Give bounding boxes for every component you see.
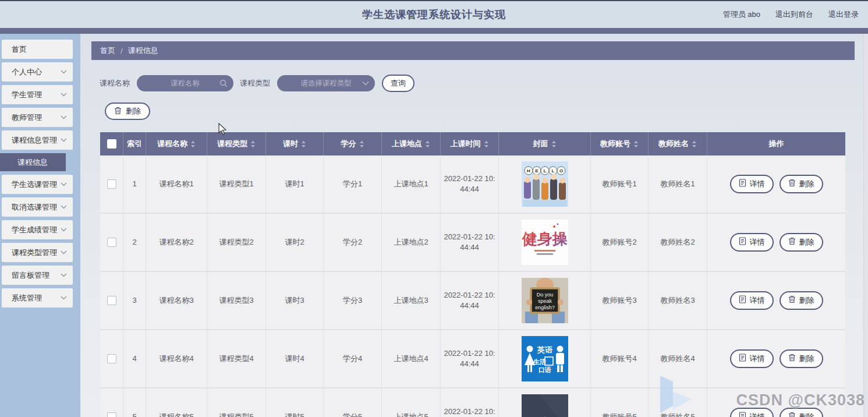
table-cell: 教师账号5 <box>591 388 649 417</box>
column-header-3[interactable]: 课时 <box>266 132 324 156</box>
sidebar-item-label: 个人中心 <box>12 67 42 77</box>
logout-link[interactable]: 退出登录 <box>828 9 859 20</box>
row-checkbox[interactable] <box>107 179 116 189</box>
column-header-5[interactable]: 上课地点 <box>382 132 441 156</box>
table-cell: 2 <box>123 214 146 271</box>
sidebar-item-label: 取消选课管理 <box>12 202 57 213</box>
cell-teacher-name: 教师姓名2 <box>660 237 695 248</box>
cell-hours: 课时2 <box>285 237 304 248</box>
sort-caret-icon[interactable] <box>190 140 196 148</box>
delete-row-button[interactable]: 删除 <box>780 349 823 368</box>
table-cell: 详情 删除 <box>707 214 845 271</box>
column-header-6[interactable]: 上课时间 <box>441 132 499 156</box>
table-cell: 上课地点1 <box>382 156 441 213</box>
column-header-8[interactable]: 教师账号 <box>591 132 649 156</box>
cell-teacher-account: 教师账号1 <box>602 179 636 189</box>
row-checkbox[interactable] <box>107 412 116 417</box>
column-header-7[interactable]: 封面 <box>499 132 591 156</box>
sidebar-item-4[interactable]: 课程信息管理 <box>2 130 73 150</box>
cell-course-name: 课程名称4 <box>159 354 193 364</box>
cell-hours: 课时1 <box>285 179 304 189</box>
trash-icon <box>788 412 796 417</box>
sort-caret-icon[interactable] <box>484 140 489 148</box>
column-header-4[interactable]: 学分 <box>324 132 382 156</box>
cell-hours: 课时4 <box>285 354 304 364</box>
svg-text:speak: speak <box>537 298 552 304</box>
svg-text:英语: 英语 <box>537 345 553 354</box>
table-cell: 课程类型4 <box>207 330 266 387</box>
course-type-select[interactable]: 请选择课程类型 <box>277 75 375 91</box>
sort-caret-icon[interactable] <box>633 140 639 148</box>
chevron-down-icon <box>61 205 67 209</box>
chevron-down-icon <box>61 273 67 277</box>
vertical-scrollbar[interactable] <box>863 34 868 417</box>
watermark-text: CSDN @CK3038 <box>736 391 865 409</box>
sort-caret-icon[interactable] <box>692 140 697 148</box>
breadcrumb-home[interactable]: 首页 <box>100 45 115 56</box>
table-cell: 学分4 <box>324 330 382 387</box>
sort-caret-icon[interactable] <box>425 140 430 148</box>
delete-row-button[interactable]: 删除 <box>780 175 823 193</box>
cell-course-name: 课程名称5 <box>159 412 193 417</box>
column-header-2[interactable]: 课程类型 <box>207 132 266 156</box>
sidebar-item-0[interactable]: 首页 <box>2 40 73 59</box>
cell-teacher-account: 教师账号3 <box>602 295 636 306</box>
table-cell: 详情 删除 <box>707 330 845 387</box>
table-cell: 学分1 <box>324 156 382 213</box>
table-cell: HELLO <box>499 156 591 213</box>
sidebar-subitem-active[interactable]: 课程信息 <box>0 153 66 171</box>
delete-row-button[interactable]: 删除 <box>780 291 823 310</box>
cell-place: 上课地点5 <box>394 412 428 417</box>
chevron-down-icon <box>362 81 369 86</box>
sort-caret-icon[interactable] <box>551 140 557 148</box>
sidebar-item-10[interactable]: 系统管理 <box>2 288 73 308</box>
delete-row-button[interactable]: 删除 <box>780 233 823 252</box>
sidebar-item-1[interactable]: 个人中心 <box>2 62 73 82</box>
select-all-checkbox[interactable] <box>107 139 116 149</box>
table-cell: 学分3 <box>324 272 382 329</box>
sidebar-item-6[interactable]: 取消选课管理 <box>2 197 73 217</box>
table-cell <box>100 156 123 213</box>
chevron-down-icon <box>61 296 67 300</box>
table-row: 4课程名称4课程类型4课时4学分4上课地点42022-01-22 10:44:4… <box>100 330 845 388</box>
detail-button[interactable]: 详情 <box>730 349 774 368</box>
row-checkbox[interactable] <box>107 296 116 305</box>
cover-image: HELLO <box>522 161 568 207</box>
sidebar-item-7[interactable]: 学生成绩管理 <box>2 220 73 239</box>
table-cell: 教师账号2 <box>591 214 649 271</box>
column-header-1[interactable]: 课程名称 <box>146 132 207 156</box>
cell-teacher-name: 教师姓名4 <box>660 354 695 364</box>
table-cell: 课时1 <box>266 156 324 213</box>
row-checkbox[interactable] <box>107 238 116 247</box>
cell-time: 2022-01-22 10:44:44 <box>444 290 495 311</box>
trash-icon <box>788 237 796 248</box>
table-row: 3课程名称3课程类型3课时3学分3上课地点32022-01-22 10:44:4… <box>100 272 845 330</box>
query-button[interactable]: 查询 <box>382 75 414 92</box>
column-label: 课程类型 <box>217 139 247 149</box>
cell-place: 上课地点1 <box>394 179 428 189</box>
sidebar-item-8[interactable]: 课程类型管理 <box>2 243 73 262</box>
sidebar-item-label: 首页 <box>12 44 27 55</box>
sidebar-item-3[interactable]: 教师管理 <box>2 108 73 127</box>
row-checkbox[interactable] <box>107 354 116 363</box>
chevron-down-icon <box>61 182 67 186</box>
detail-button[interactable]: 详情 <box>730 175 774 193</box>
document-icon <box>739 295 746 306</box>
course-name-placeholder: 课程名称 <box>171 79 200 89</box>
sidebar-item-2[interactable]: 学生管理 <box>2 85 73 104</box>
detail-button[interactable]: 详情 <box>730 291 774 310</box>
exit-to-front-link[interactable]: 退出到前台 <box>775 9 813 20</box>
course-name-input[interactable]: 课程名称 <box>137 75 233 91</box>
sidebar-item-9[interactable]: 留言板管理 <box>2 266 73 285</box>
column-header-9[interactable]: 教师姓名 <box>649 132 707 156</box>
admin-user-label[interactable]: 管理员 abo <box>723 9 760 20</box>
document-icon <box>739 179 746 190</box>
sidebar-item-label: 学生选课管理 <box>12 179 57 190</box>
sidebar-item-5[interactable]: 学生选课管理 <box>2 175 73 194</box>
sidebar-item-label: 课程类型管理 <box>12 248 57 258</box>
detail-button[interactable]: 详情 <box>730 233 774 252</box>
batch-delete-button[interactable]: 删除 <box>105 103 150 120</box>
sort-caret-icon[interactable] <box>359 140 364 148</box>
sort-caret-icon[interactable] <box>301 140 306 148</box>
sort-caret-icon[interactable] <box>250 140 256 148</box>
